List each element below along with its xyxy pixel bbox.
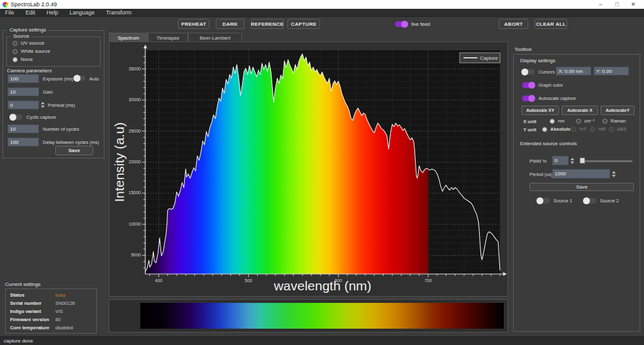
svg-text:500: 500 [245,278,252,283]
radio-icon [542,127,547,132]
reference-button[interactable]: REFERENCE [251,19,284,29]
app-icon [3,2,8,8]
menu-language[interactable]: Language [70,9,95,16]
status-text: capture done [4,338,33,344]
pwm-label: PWM % [530,158,547,164]
preheat-input[interactable] [8,101,39,109]
radio-label: cm⁻¹ [584,118,594,124]
menu-edit[interactable]: Edit [26,9,36,16]
cyclic-capture-label: Cyclic capture [26,114,56,120]
source2-label: Source 2 [600,198,619,204]
source1-toggle[interactable] [537,198,550,204]
gain-input[interactable] [8,87,39,96]
gain-label: Gain [43,89,53,95]
exposure-input[interactable] [8,74,39,83]
extended-source-title: Extended source controls [518,141,579,146]
radio-label: %T [579,126,586,132]
clear-all-button[interactable]: CLEAR ALL [535,19,567,29]
cyclic-capture-toggle[interactable] [10,114,23,120]
radio-icon [13,49,18,54]
y-unit-pct-t[interactable]: %T [571,126,586,132]
y-unit-absolute[interactable]: Absolute [542,126,570,132]
svg-text:Intensity (a.u): Intensity (a.u) [112,122,126,202]
menu-transform[interactable]: Transform [106,9,132,16]
toggle-knob [74,75,80,82]
pwm-spinner[interactable] [569,156,575,165]
cycles-label: Number of cycles [43,126,79,132]
radio-white-source[interactable]: White source [13,48,50,54]
abort-button[interactable]: ABORT [499,19,528,29]
svg-text:400: 400 [155,278,163,283]
capture-button[interactable]: CAPTURE [287,19,320,29]
close-button[interactable]: ✕ [625,0,641,9]
delay-input[interactable] [8,138,39,146]
maximize-button[interactable]: □ [609,0,625,9]
svg-text:10000: 10000 [129,222,142,226]
radio-icon [13,57,18,62]
current-settings-title: Current settings [5,282,40,287]
radio-label: Raman [611,118,626,124]
autoscale-x-button[interactable]: Autoscale X [562,106,598,115]
cycles-input[interactable] [8,124,39,133]
tab-beer-lambert[interactable]: Beer-Lambert [188,33,242,42]
graph-color-toggle[interactable] [522,82,535,88]
radio-icon [602,119,608,124]
period-input[interactable] [552,169,610,178]
cs-label-variant: Indigo variant [10,309,41,314]
camera-save-button[interactable]: Save [55,146,93,155]
preheat-button[interactable]: PREHEAT [178,19,209,29]
extended-source-group: Extended source controls [518,145,635,215]
spectrum-color-strip [140,303,504,329]
cursors-toggle[interactable] [522,69,535,75]
svg-text:Capture: Capture [480,55,498,61]
cs-value-firmware: 80 [55,317,60,322]
pwm-slider[interactable] [580,160,633,162]
spectrum-chart[interactable]: 4005006007005000100001500020000250003000… [110,44,506,295]
toolbox-title: Toolbox [514,47,532,52]
x-unit-label: X unit [523,119,536,124]
cs-value-variant: VIS [55,309,63,314]
tab-spectrum[interactable]: Spectrum [109,33,148,42]
title-bar: SpectroLab 2.0.49 [0,0,644,9]
svg-text:20000: 20000 [129,160,142,164]
autoscale-xy-button[interactable]: Autoscale XY [521,106,559,115]
exposure-auto-label: Auto [89,76,99,82]
cs-value-serial: SN00126 [55,300,75,306]
display-settings-title: Display settings [518,58,557,63]
menu-help[interactable]: Help [47,9,58,16]
radio-label: UV source [21,40,44,46]
svg-text:wavelength (nm): wavelength (nm) [273,278,371,293]
preheat-spinner[interactable] [40,101,45,109]
autoscale-capture-toggle[interactable] [522,96,535,101]
source2-toggle[interactable] [584,198,596,204]
menu-file[interactable]: File [5,9,14,16]
radio-none-source[interactable]: None [13,57,33,62]
tab-timelapse[interactable]: Timelapse [148,33,188,42]
x-unit-raman[interactable]: Raman [602,118,626,124]
cursors-label: Cursors [538,69,555,75]
graph-color-label: Graph color [538,82,563,88]
period-spinner[interactable] [611,169,616,178]
menu-bar: File Edit Help Language Transform [0,9,644,17]
radio-uv-source[interactable]: UV source [13,40,44,46]
toggle-knob [401,21,408,28]
extended-save-button[interactable]: Save [530,183,634,191]
x-unit-nm[interactable]: nm [550,118,564,124]
radio-label: White source [21,48,50,54]
y-unit-abs[interactable]: ABS [609,126,626,132]
pwm-slider-handle[interactable] [580,158,585,163]
minimize-button[interactable]: – [592,0,609,9]
pwm-input[interactable] [552,156,569,165]
dark-button[interactable]: DARK [216,19,245,29]
x-unit-cm1[interactable]: cm⁻¹ [576,118,594,124]
toggle-knob [536,197,543,204]
svg-text:30000: 30000 [129,97,142,102]
cursor-x-field[interactable] [556,67,591,75]
y-unit-pct-r[interactable]: %R [590,126,606,132]
cursor-y-field[interactable] [594,67,629,75]
exposure-auto-toggle[interactable] [74,75,86,81]
autoscale-y-button[interactable]: AutoscaleY [601,106,635,115]
live-feed-toggle[interactable] [395,21,408,27]
camera-parameters-title: Camera parameters [5,68,53,74]
radio-icon [590,127,595,132]
